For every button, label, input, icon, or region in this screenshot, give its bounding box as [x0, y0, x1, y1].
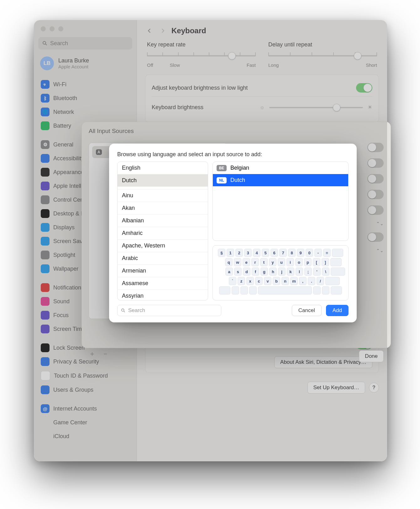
key: w — [234, 258, 241, 266]
key: m — [290, 277, 298, 285]
key: u — [278, 258, 285, 266]
key: ' — [313, 268, 321, 276]
key: d — [243, 268, 250, 276]
key — [232, 286, 239, 294]
key-wide — [330, 258, 342, 266]
key: 8 — [288, 249, 296, 257]
language-item[interactable]: Armenian — [118, 264, 208, 277]
spacebar-key — [258, 286, 312, 294]
key: 5 — [262, 249, 269, 257]
key: v — [264, 277, 271, 285]
layout-badge: BE — [217, 165, 227, 171]
key: b — [273, 277, 280, 285]
key: j — [278, 268, 286, 276]
key: c — [255, 277, 263, 285]
add-button[interactable]: Add — [326, 305, 349, 316]
language-item[interactable]: Arabic — [118, 252, 208, 264]
svg-line-3 — [124, 311, 125, 312]
input-source-list[interactable]: BEBelgianNLDutch — [213, 162, 349, 241]
key: k — [287, 268, 294, 276]
key: 2 — [235, 249, 243, 257]
language-item[interactable]: Akan — [118, 202, 208, 214]
key-wide — [332, 249, 343, 257]
key: x — [246, 277, 254, 285]
language-item[interactable]: Dutch — [118, 174, 208, 187]
layout-badge: NL — [217, 177, 227, 183]
language-item[interactable]: Ainu — [118, 189, 208, 202]
key: 9 — [297, 249, 304, 257]
key-wide — [325, 277, 340, 285]
key — [240, 286, 248, 294]
key — [331, 286, 342, 294]
key: q — [225, 258, 233, 266]
key — [219, 286, 230, 294]
keyboard-preview: §1234567890-=qwertyuiop[]asdfghjkl;'\`zx… — [213, 245, 349, 300]
key: 1 — [227, 249, 234, 257]
key: - — [314, 249, 322, 257]
key-wide — [331, 268, 345, 276]
key: 4 — [253, 249, 260, 257]
key: h — [269, 268, 277, 276]
key: o — [295, 258, 303, 266]
input-source-item[interactable]: BEBelgian — [213, 162, 348, 174]
language-item[interactable]: Assyrian — [118, 289, 208, 300]
key — [322, 286, 329, 294]
language-item[interactable]: Assamese — [118, 277, 208, 289]
key: \ — [322, 268, 329, 276]
input-source-label: Dutch — [230, 177, 245, 183]
key: p — [304, 258, 312, 266]
key: y — [269, 258, 276, 266]
key: [ — [313, 258, 320, 266]
key: 0 — [306, 249, 313, 257]
key: z — [238, 277, 245, 285]
key: a — [225, 268, 233, 276]
key: n — [281, 277, 289, 285]
key — [249, 286, 257, 294]
key: ; — [304, 268, 312, 276]
key: ` — [229, 277, 236, 285]
key: 6 — [270, 249, 278, 257]
key: . — [308, 277, 315, 285]
key — [313, 286, 321, 294]
modal-search-input[interactable]: Search — [117, 305, 221, 316]
svg-point-2 — [122, 309, 124, 311]
key: t — [260, 258, 268, 266]
key: 3 — [244, 249, 252, 257]
key: r — [251, 258, 259, 266]
cancel-button[interactable]: Cancel — [292, 305, 322, 316]
key: g — [260, 268, 268, 276]
key: 7 — [279, 249, 287, 257]
key: ] — [322, 258, 329, 266]
add-input-source-modal: Browse using language and select an inpu… — [109, 144, 357, 322]
language-item[interactable]: Amharic — [118, 227, 208, 239]
key: e — [243, 258, 250, 266]
key: l — [296, 268, 303, 276]
key: § — [218, 249, 225, 257]
input-source-item[interactable]: NLDutch — [213, 174, 348, 186]
key: , — [299, 277, 307, 285]
key: / — [317, 277, 324, 285]
language-item[interactable]: Apache, Western — [118, 239, 208, 252]
modal-title: Browse using language and select an inpu… — [117, 151, 349, 158]
language-item[interactable]: Albanian — [118, 214, 208, 227]
key: s — [234, 268, 242, 276]
search-icon — [121, 308, 126, 313]
language-list[interactable]: EnglishDutchAinuAkanAlbanianAmharicApach… — [117, 162, 208, 300]
key: = — [323, 249, 331, 257]
key: f — [252, 268, 259, 276]
input-source-label: Belgian — [230, 165, 249, 171]
language-item[interactable]: English — [118, 162, 208, 174]
key: i — [286, 258, 294, 266]
